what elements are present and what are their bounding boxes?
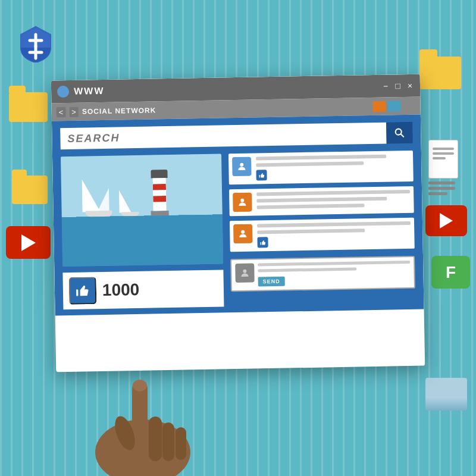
user-icon-1 bbox=[236, 161, 247, 172]
avatar-2 bbox=[233, 193, 252, 212]
feed-item-1 bbox=[228, 151, 414, 184]
folder-icon-left-2 bbox=[12, 176, 48, 204]
back-button[interactable]: < bbox=[57, 107, 66, 117]
feed-content-3 bbox=[257, 221, 411, 248]
like-icon-1 bbox=[258, 172, 265, 178]
folder-icon-left-1 bbox=[9, 92, 48, 122]
feed-content-2 bbox=[256, 190, 411, 212]
svg-rect-14 bbox=[176, 427, 186, 460]
like-count: 1000 bbox=[102, 280, 140, 300]
comment-line bbox=[258, 261, 410, 266]
comment-avatar bbox=[235, 264, 255, 283]
send-button[interactable]: SEND bbox=[258, 277, 285, 287]
right-column: SEND bbox=[228, 151, 415, 306]
avatar-3 bbox=[233, 224, 253, 244]
browser-tabs bbox=[372, 101, 415, 112]
svg-rect-11 bbox=[132, 381, 148, 458]
window-controls: − □ × bbox=[381, 81, 414, 91]
youtube-icon-right bbox=[425, 205, 467, 236]
feed-line bbox=[257, 221, 411, 228]
comment-user-icon bbox=[239, 268, 250, 278]
forward-button[interactable]: > bbox=[69, 107, 79, 117]
search-button[interactable] bbox=[386, 122, 413, 144]
like-button[interactable] bbox=[69, 277, 97, 305]
maximize-button[interactable]: □ bbox=[393, 81, 402, 90]
feed-line bbox=[256, 203, 364, 209]
tab-orange[interactable] bbox=[372, 101, 386, 112]
feed-like-btn-1[interactable] bbox=[256, 170, 267, 180]
scene-image bbox=[61, 154, 223, 267]
left-column: 1000 bbox=[61, 154, 224, 309]
browser-url-label: WWW bbox=[74, 81, 377, 97]
green-app-icon: F bbox=[431, 256, 470, 289]
search-input[interactable] bbox=[60, 123, 387, 150]
comment-content: SEND bbox=[258, 261, 411, 286]
folder-icon-top-right bbox=[419, 57, 461, 89]
feed-like-btn-3[interactable] bbox=[257, 237, 268, 248]
content-grid: 1000 bbox=[61, 151, 415, 309]
feed-content-1 bbox=[256, 154, 410, 180]
comment-line bbox=[258, 268, 356, 273]
avatar-1 bbox=[232, 157, 252, 177]
search-icon bbox=[393, 127, 405, 139]
svg-point-7 bbox=[240, 199, 244, 202]
thumbs-up-icon bbox=[75, 283, 90, 298]
shield-icon bbox=[18, 24, 54, 62]
browser-icon bbox=[57, 86, 69, 98]
tab-teal[interactable] bbox=[387, 101, 400, 111]
comment-box: SEND bbox=[230, 256, 415, 292]
search-bar bbox=[60, 122, 413, 149]
water bbox=[62, 214, 223, 267]
tab-gray[interactable] bbox=[402, 101, 415, 111]
feed-line bbox=[256, 190, 410, 196]
feed-line bbox=[257, 228, 365, 234]
address-text: SOCIAL NETWORK bbox=[82, 102, 369, 115]
youtube-icon-left bbox=[6, 226, 51, 259]
feed-line bbox=[256, 161, 364, 167]
close-button[interactable]: × bbox=[406, 81, 414, 90]
like-section: 1000 bbox=[62, 270, 224, 309]
lighthouse bbox=[150, 170, 168, 216]
svg-point-16 bbox=[133, 380, 147, 392]
svg-point-9 bbox=[243, 270, 246, 273]
svg-point-6 bbox=[240, 163, 243, 167]
user-icon-2 bbox=[237, 197, 248, 208]
like-icon-3 bbox=[259, 239, 266, 246]
user-icon-3 bbox=[237, 228, 248, 239]
content-area: 1000 bbox=[52, 115, 424, 316]
svg-rect-12 bbox=[149, 416, 162, 461]
image-thumbnail bbox=[425, 378, 467, 411]
hand-svg bbox=[48, 321, 238, 476]
feed-item-3 bbox=[230, 218, 415, 252]
feed-item-2 bbox=[229, 186, 414, 216]
svg-line-5 bbox=[401, 134, 404, 137]
document-icon bbox=[428, 140, 458, 178]
lines-stack-icon bbox=[428, 181, 455, 198]
minimize-button[interactable]: − bbox=[381, 82, 390, 91]
svg-rect-13 bbox=[162, 422, 174, 461]
hand-pointer bbox=[48, 321, 238, 476]
feed-line bbox=[256, 155, 386, 161]
svg-point-8 bbox=[241, 230, 245, 234]
feed-line bbox=[256, 197, 387, 203]
